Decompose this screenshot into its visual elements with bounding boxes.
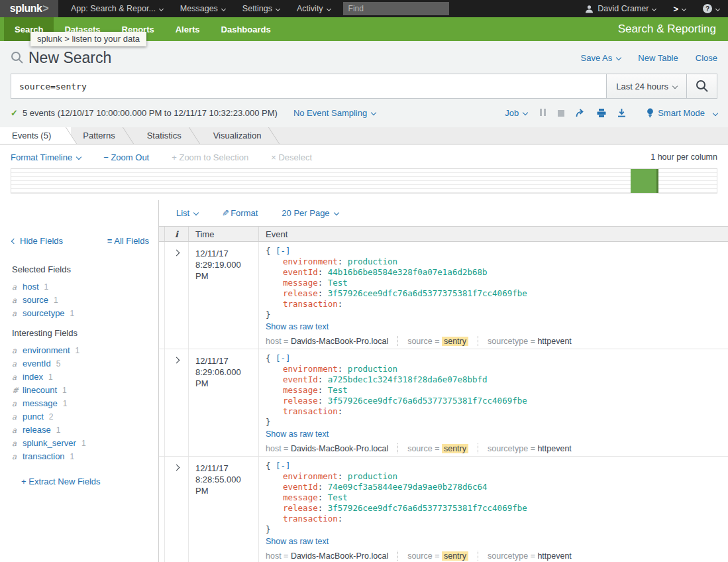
meta-field-label: sourcetype [488,444,528,453]
event-field-host[interactable]: host = Davids-MacBook-Pro.local [266,337,388,346]
tab-statistics[interactable]: Statistics [135,127,201,144]
event-field-source[interactable]: source = sentry [407,444,468,453]
event-field-sourcetype[interactable]: sourcetype = httpevent [488,551,572,561]
field-link-release[interactable]: release [23,425,51,435]
event-field-sourcetype[interactable]: sourcetype = httpevent [488,337,572,346]
close-button[interactable]: Close [696,53,717,63]
stop-job-button[interactable] [558,110,564,117]
zoom-to-selection-button[interactable]: + Zoom to Selection [172,152,248,162]
topbar-menu-1[interactable]: Messages [172,0,234,17]
meta-separator [397,443,398,453]
search-icon [696,80,709,93]
field-row-eventId: aeventId5 [12,359,149,369]
field-link-punct[interactable]: punct [23,412,44,422]
expand-event-button[interactable] [165,457,189,562]
json-collapse-link[interactable]: [-] [276,353,291,363]
help-menu[interactable]: ? [694,4,728,13]
meta-field-value: Davids-MacBook-Pro.local [291,444,388,453]
meta-field-value: httpevent [537,444,571,453]
nav-item-alerts[interactable]: Alerts [165,17,211,41]
json-colon: : [318,288,328,298]
format-timeline-menu[interactable]: Format Timeline [11,152,81,162]
activity-shortcuts-menu[interactable]: > [664,4,694,14]
expand-event-button[interactable] [165,242,189,349]
show-raw-text-link[interactable]: Show as raw text [266,537,329,547]
topbar-menu-3[interactable]: Activity [288,0,339,17]
per-page-menu[interactable]: 20 Per Page [282,208,338,218]
time-range-picker[interactable]: Last 24 hours [606,74,687,99]
splunk-logo[interactable]: splunk> [0,0,58,17]
expand-event-button[interactable] [165,349,189,456]
event-field-source[interactable]: source = sentry [407,337,468,346]
search-submit-button[interactable] [687,74,717,99]
job-menu[interactable]: Job [505,108,527,118]
json-colon: : [318,267,328,277]
list-view-menu[interactable]: List [176,208,198,218]
event-json: { [-]environment: productioneventId: 44b… [266,246,719,320]
timeline-histogram[interactable] [11,168,717,194]
print-button[interactable] [597,109,606,117]
event-row-1: 12/11/178:29:06.000 PM{ [-]environment: … [159,349,728,457]
field-link-host[interactable]: host [23,282,39,292]
event-field-host[interactable]: host = Davids-MacBook-Pro.local [266,444,388,453]
field-row-transaction: atransaction1 [12,451,149,462]
field-link-message[interactable]: message [23,398,58,409]
chevron-down-icon [523,110,528,115]
help-icon: ? [703,4,712,13]
hide-fields-button[interactable]: Hide Fields [12,236,63,246]
event-field-host[interactable]: host = Davids-MacBook-Pro.local [266,551,388,561]
field-count: 1 [70,451,75,462]
field-link-environment[interactable]: environment [23,345,70,356]
tab-visualization[interactable]: Visualization [201,127,282,144]
search-query-input[interactable] [11,74,606,99]
topbar-menu-2[interactable]: Settings [234,0,288,17]
save-as-menu[interactable]: Save As [581,53,621,63]
zoom-out-button[interactable]: − Zoom Out [103,152,149,162]
tab-events-5[interactable]: Events (5) [0,127,71,144]
event-sampling-menu[interactable]: No Event Sampling [293,108,376,118]
nav-item-label: Alerts [176,25,200,34]
field-row-release: arelease1 [12,425,149,435]
event-field-source[interactable]: source = sentry [407,551,468,561]
field-link-transaction[interactable]: transaction [23,451,65,462]
show-raw-text-link[interactable]: Show as raw text [266,322,329,332]
field-row-linecount: #linecount1 [12,385,149,396]
all-fields-button[interactable]: ≡ All Fields [107,236,149,246]
json-key: release [283,396,318,406]
nav-item-dashboards[interactable]: Dashboards [211,17,282,41]
tab-patterns[interactable]: Patterns [71,127,134,144]
plus-icon: + [21,477,28,486]
deselect-button[interactable]: × Deselect [271,152,312,162]
field-count: 1 [63,398,68,409]
format-results-menu[interactable]: ✎Format [222,208,258,218]
export-button[interactable] [617,109,626,117]
topbar-menu-0[interactable]: App: Search & Repor... [62,0,172,17]
field-link-linecount[interactable]: linecount [23,385,57,396]
show-raw-text-link[interactable]: Show as raw text [266,429,329,439]
chevron-down-icon [333,210,338,215]
json-pair: transaction: [266,406,719,417]
search-mode-menu[interactable]: Smart Mode [647,108,717,118]
new-table-button[interactable]: New Table [638,53,678,63]
event-field-sourcetype[interactable]: sourcetype = httpevent [488,444,572,453]
meta-separator [397,551,398,561]
field-type-icon: a [12,398,23,409]
extract-new-fields-link[interactable]: + Extract New Fields [21,477,101,486]
share-job-button[interactable] [576,109,586,117]
json-collapse-link[interactable]: [-] [276,461,291,471]
field-type-icon: a [12,345,23,356]
field-type-icon: a [12,438,23,449]
pause-job-button[interactable] [539,108,546,118]
field-link-sourcetype[interactable]: sourcetype [23,308,65,319]
field-link-source[interactable]: source [23,295,48,306]
events-table-body: 12/11/178:29:19.000 PM{ [-]environment: … [159,242,728,562]
find-input[interactable] [343,2,449,15]
interesting-fields-header: Interesting Fields [12,328,149,338]
field-link-splunk_server[interactable]: splunk_server [23,438,76,449]
field-link-eventId[interactable]: eventId [23,359,51,369]
json-collapse-link[interactable]: [-] [276,246,291,256]
field-link-index[interactable]: index [23,372,43,382]
meta-separator [478,336,478,346]
user-menu[interactable]: David Cramer [576,4,664,13]
timeline-bar[interactable] [631,169,658,193]
